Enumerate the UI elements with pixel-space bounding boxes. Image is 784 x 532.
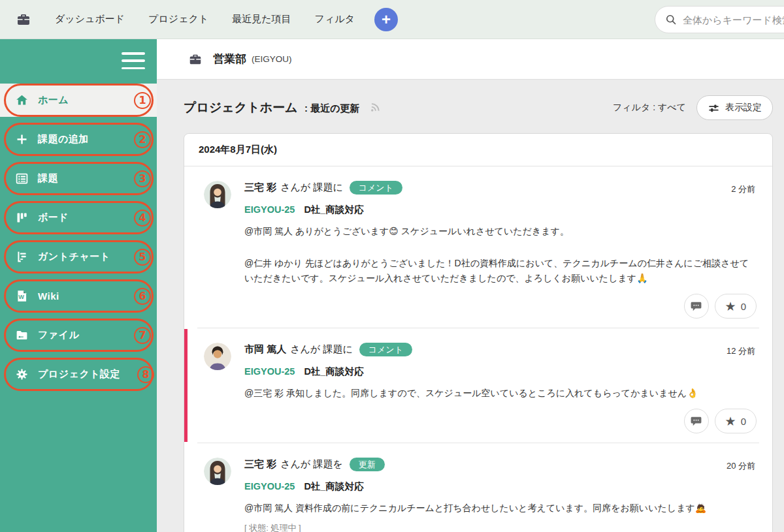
star-icon: ★ <box>725 300 736 313</box>
sliders-icon <box>708 102 720 114</box>
sidebar-item-add-issue[interactable]: 課題の追加 2 <box>0 123 157 156</box>
feed-item[interactable]: 市岡 篤人 さんが 課題に コメント 12 分前 EIGYOU-25 D社_商談… <box>184 328 772 443</box>
star-button[interactable]: ★ 0 <box>715 294 757 319</box>
annotation-number-1: 1 <box>134 92 151 109</box>
feed-item[interactable]: 三宅 彩 さんが 課題に コメント 2 分前 EIGYOU-25 D社_商談対応… <box>184 166 772 328</box>
global-topbar: ダッシュボード プロジェクト 最近見た項目 フィルタ + <box>0 0 784 39</box>
annotation-number-7: 7 <box>134 327 151 344</box>
global-search[interactable] <box>655 6 784 33</box>
star-button[interactable]: ★ 0 <box>715 409 757 433</box>
sidebar-item-wiki[interactable]: W Wiki 6 <box>0 279 157 313</box>
search-input[interactable] <box>683 14 784 25</box>
sidebar-item-label: Wiki <box>38 290 59 302</box>
feed-type-badge: コメント <box>350 181 402 195</box>
gear-icon <box>14 368 29 382</box>
feed-timestamp: 2 分前 <box>731 183 755 195</box>
feed-timestamp: 20 分前 <box>727 460 755 472</box>
feed-date-header: 2024年8月7日(水) <box>184 134 772 166</box>
project-key: (EIGYOU) <box>252 54 292 64</box>
avatar[interactable] <box>204 343 231 370</box>
sidebar-item-board[interactable]: ボード 4 <box>0 201 157 234</box>
feed-user-name[interactable]: 三宅 彩 <box>244 181 276 194</box>
hamburger-icon[interactable] <box>122 52 145 69</box>
unread-indicator <box>184 329 188 442</box>
page-title-group: プロジェクトホーム : 最近の更新 <box>184 99 382 116</box>
wiki-doc-icon: W <box>14 289 29 304</box>
content-area: プロジェクトホーム : 最近の更新 フィルタ : すべて 表示設定 2024年8… <box>157 80 784 532</box>
sidebar-item-label: ホーム <box>38 94 69 106</box>
project-briefcase-icon <box>188 52 203 67</box>
page-subtitle: : 最近の更新 <box>304 102 360 114</box>
annotation-number-3: 3 <box>134 170 151 187</box>
issue-key-link[interactable]: EIGYOU-25 <box>244 481 295 492</box>
nav-dashboard[interactable]: ダッシュボード <box>55 13 125 25</box>
project-sidebar: ホーム 1 課題の追加 2 課題 3 ボード 4 <box>0 39 157 532</box>
feed-action-text: さんが 課題に <box>290 343 353 356</box>
star-count: 0 <box>741 416 746 427</box>
sidebar-item-label: 課題 <box>38 172 58 185</box>
comment-bubble-icon <box>690 415 702 428</box>
display-settings-label: 表示設定 <box>725 102 762 114</box>
feed-user-name[interactable]: 市岡 篤人 <box>244 343 286 356</box>
project-header: 営業部 (EIGYOU) <box>157 39 784 80</box>
annotation-number-8: 8 <box>137 366 154 383</box>
issue-key-link[interactable]: EIGYOU-25 <box>244 366 295 377</box>
sidebar-item-issues[interactable]: 課題 3 <box>0 162 157 195</box>
annotation-number-4: 4 <box>134 210 151 227</box>
feed-action-text: さんが 課題に <box>280 181 343 194</box>
sidebar-item-label: プロジェクト設定 <box>38 368 120 381</box>
annotation-number-5: 5 <box>134 249 151 266</box>
feed-timestamp: 12 分前 <box>727 345 755 357</box>
home-icon <box>14 93 29 108</box>
sidebar-item-label: ファイル <box>38 329 79 341</box>
folder-icon <box>14 328 29 343</box>
annotation-number-6: 6 <box>134 288 151 305</box>
feed-item[interactable]: 三宅 彩 さんが 課題を 更新 20 分前 EIGYOU-25 D社_商談対応 … <box>184 443 772 532</box>
annotation-number-2: 2 <box>134 131 151 148</box>
project-name: 営業部 <box>213 52 246 67</box>
filter-label[interactable]: フィルタ : すべて <box>613 102 686 114</box>
status-change-text: [ 状態: 処理中 ] <box>244 522 757 532</box>
comment-text: @三宅 彩 承知しました。同席しますので、スケジュール空いているところに入れても… <box>244 386 757 401</box>
comment-text: @仁井 ゆかり 先ほどはありがとうございました！D社の資料作成において、テクニカ… <box>244 256 757 286</box>
avatar[interactable] <box>204 458 231 485</box>
rss-icon[interactable] <box>369 104 382 115</box>
sidebar-item-gantt[interactable]: ガントチャート 5 <box>0 240 157 274</box>
feed-type-badge: コメント <box>359 343 412 356</box>
feed-user-name[interactable]: 三宅 彩 <box>244 458 276 471</box>
issue-key-link[interactable]: EIGYOU-25 <box>244 204 295 215</box>
main-area: 営業部 (EIGYOU) プロジェクトホーム : 最近の更新 フィルタ : すべ… <box>157 39 784 532</box>
page-title: プロジェクトホーム <box>184 101 298 114</box>
board-icon <box>14 211 29 225</box>
sidebar-item-label: ボード <box>38 211 69 224</box>
svg-text:W: W <box>18 294 24 300</box>
nav-recently-viewed[interactable]: 最近見た項目 <box>232 13 291 25</box>
comment-button[interactable] <box>684 409 709 433</box>
star-icon: ★ <box>725 415 736 428</box>
issue-title[interactable]: D社_商談対応 <box>304 204 363 215</box>
comment-bubble-icon <box>690 300 702 313</box>
sidebar-item-files[interactable]: ファイル 7 <box>0 319 157 352</box>
sidebar-item-home[interactable]: ホーム 1 <box>0 84 157 117</box>
display-settings-button[interactable]: 表示設定 <box>696 95 773 120</box>
nav-filters[interactable]: フィルタ <box>315 13 355 25</box>
sidebar-item-label: 課題の追加 <box>38 133 89 146</box>
plus-icon <box>14 133 29 147</box>
feed-action-text: さんが 課題を <box>280 458 343 471</box>
gantt-chart-icon <box>14 250 29 264</box>
avatar[interactable] <box>204 181 231 208</box>
comment-text: @市岡 篤人 資料作成の前にテクニカルチームと打ち合わせしたいと考えています。同… <box>244 501 757 516</box>
comment-button[interactable] <box>684 294 709 319</box>
feed-type-badge: 更新 <box>350 458 385 471</box>
sidebar-item-label: ガントチャート <box>38 251 110 263</box>
star-count: 0 <box>741 301 746 312</box>
briefcase-icon <box>16 12 31 27</box>
issue-title[interactable]: D社_商談対応 <box>304 366 363 377</box>
comment-text: @市岡 篤人 ありがとうございます😊 スケジュールいれさせていただきます。 <box>244 224 757 239</box>
nav-projects[interactable]: プロジェクト <box>148 13 208 25</box>
sidebar-item-project-settings[interactable]: プロジェクト設定 8 <box>0 358 157 391</box>
activity-feed-card: 2024年8月7日(水) 三宅 彩 さんが 課題に コメント 2 分前 EIGY… <box>184 133 773 532</box>
issue-list-icon <box>14 172 29 186</box>
global-add-button[interactable]: + <box>374 8 398 31</box>
issue-title[interactable]: D社_商談対応 <box>304 481 363 492</box>
